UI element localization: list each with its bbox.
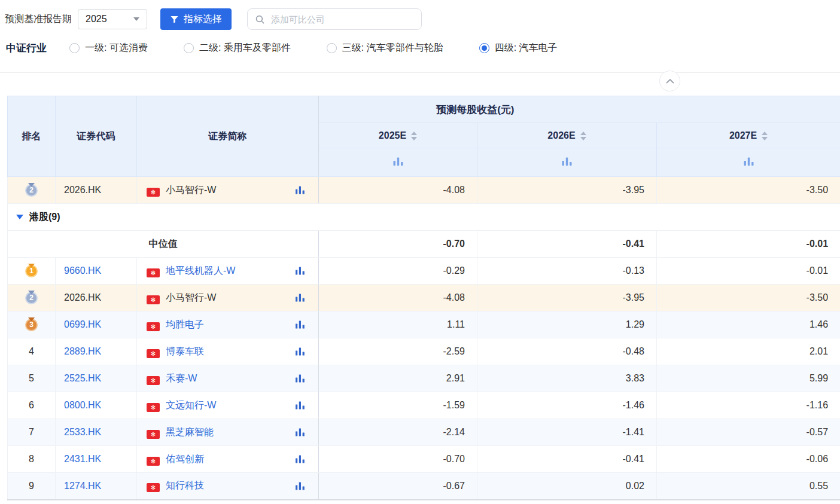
header-2025e[interactable]: 2025E [319,123,477,148]
eps-value-cell: 1.29 [477,311,657,338]
rank-medal-silver-icon: 2 [25,184,38,197]
search-box[interactable] [247,8,422,30]
row-chart-icon[interactable] [295,186,305,195]
median-row: 中位值-0.70-0.41-0.01 [8,231,840,258]
header-name: 证券简称 [137,96,319,177]
stock-code-link[interactable]: 0800.HK [64,400,101,410]
search-input[interactable] [270,14,414,25]
stock-name-link[interactable]: 佑驾创新 [166,454,204,464]
stock-name-link[interactable]: 文远知行-W [166,400,216,410]
industry-option-2[interactable]: 二级: 乘用车及零部件 [184,42,291,54]
column-chart-icon[interactable] [743,157,754,166]
row-chart-icon[interactable] [295,374,305,383]
table-row: 60800.HK✻文远知行-W-1.59-1.46-1.16 [8,392,840,419]
hk-flag-icon: ✻ [147,295,160,304]
industry-options: 一级: 可选消费二级: 乘用车及零部件三级: 汽车零部件与轮胎四级: 汽车电子 [69,42,594,54]
sort-2026e-icon[interactable] [580,132,586,140]
row-chart-icon[interactable] [295,347,305,356]
sort-2025e-icon[interactable] [411,132,417,140]
chevron-up-icon [666,79,674,84]
industry-option-3[interactable]: 三级: 汽车零部件与轮胎 [327,42,443,54]
column-chart-icon[interactable] [392,157,404,166]
radio-icon[interactable] [69,43,80,53]
rank-cell: 7 [8,419,56,446]
row-chart-icon[interactable] [295,481,305,490]
name-cell: ✻佑驾创新 [137,446,319,473]
median-value-cell: -0.01 [657,231,840,258]
stock-name-link[interactable]: 地平线机器人-W [166,265,235,276]
radio-icon[interactable] [327,43,337,53]
report-period-label: 预测基准报告期 [5,13,72,26]
stock-code-link[interactable]: 1274.HK [64,481,101,491]
eps-value-cell: -1.46 [477,392,657,419]
header-chart-2027e [657,148,840,177]
header-2027e[interactable]: 2027E [657,123,840,148]
hk-flag-icon: ✻ [147,349,160,358]
stock-code-link[interactable]: 2533.HK [64,427,101,437]
rank-number: 5 [29,373,34,383]
row-chart-icon[interactable] [295,455,305,464]
eps-value-cell: 0.55 [657,473,840,500]
eps-value-cell: -2.14 [319,419,477,446]
eps-value-cell: -0.29 [319,258,477,285]
row-chart-icon[interactable] [295,320,305,329]
industry-filter: 中证行业 一级: 可选消费二级: 乘用车及零部件三级: 汽车零部件与轮胎四级: … [0,30,840,56]
rank-cell: 2 [8,285,56,311]
row-chart-icon[interactable] [295,401,305,410]
radio-icon[interactable] [184,43,194,53]
row-chart-icon[interactable] [295,428,305,437]
code-cell: 1274.HK [56,473,137,500]
eps-value-cell: 2.91 [319,365,477,392]
row-chart-icon[interactable] [295,294,305,303]
rank-number: 8 [29,454,34,464]
table-row: 42889.HK✻博泰车联-2.59-0.482.01 [8,338,840,365]
toolbar: 预测基准报告期 2025 指标选择 [0,0,840,30]
radio-icon[interactable] [479,43,489,53]
period-value: 2025 [86,14,107,25]
stock-name-link[interactable]: 均胜电子 [166,319,204,329]
stock-name-link[interactable]: 博泰车联 [166,346,204,356]
median-value-cell: -0.70 [319,231,477,258]
stock-code-link[interactable]: 9660.HK [64,265,101,276]
collapse-panel-button[interactable] [659,71,680,91]
rank-medal-silver-icon: 2 [25,292,38,304]
eps-value-cell: -4.08 [319,177,477,204]
indicator-select-button[interactable]: 指标选择 [160,8,232,30]
rank-cell: 9 [8,473,56,500]
eps-value-cell: -3.95 [477,285,657,311]
row-chart-icon[interactable] [295,267,305,276]
stock-name-link[interactable]: 知行科技 [166,480,204,490]
table-row: 72533.HK✻黑芝麻智能-2.14-1.41-0.57 [8,419,840,446]
name-cell: ✻博泰车联 [137,338,319,365]
column-chart-icon[interactable] [561,157,573,166]
code-cell: 2889.HK [56,338,137,365]
eps-value-cell: 3.83 [477,365,657,392]
industry-option-4[interactable]: 四级: 汽车电子 [479,42,558,54]
rank-cell: 8 [8,446,56,473]
group-row[interactable]: 港股(9) [8,204,840,231]
eps-value-cell: -1.59 [319,392,477,419]
stock-code-link[interactable]: 0699.HK [64,319,101,329]
stock-name-link[interactable]: 黑芝麻智能 [166,427,214,437]
stock-code-link[interactable]: 2525.HK [64,373,101,383]
rank-medal-bronze-icon: 3 [25,319,38,331]
stock-code-link[interactable]: 2889.HK [64,346,101,356]
name-cell: ✻知行科技 [137,473,319,500]
hk-flag-icon: ✻ [147,430,160,439]
sort-2027e-icon[interactable] [762,132,768,140]
eps-value-cell: -0.06 [657,446,840,473]
table-row: 19660.HK✻地平线机器人-W-0.29-0.13-0.01 [8,258,840,285]
collapse-triangle-icon[interactable] [16,215,23,219]
code-cell: 2431.HK [56,446,137,473]
header-2026e[interactable]: 2026E [477,123,657,148]
period-select[interactable]: 2025 [78,9,147,29]
median-label: 中位值 [8,231,319,258]
rank-cell: 2 [8,177,56,204]
hk-flag-icon: ✻ [147,483,160,492]
eps-value-cell: 5.99 [657,365,840,392]
code-cell: 0699.HK [56,311,137,338]
rank-medal-gold-icon: 1 [25,265,38,277]
stock-name-link[interactable]: 禾赛-W [166,373,197,383]
industry-option-1[interactable]: 一级: 可选消费 [69,42,148,54]
stock-code-link[interactable]: 2431.HK [64,454,101,464]
